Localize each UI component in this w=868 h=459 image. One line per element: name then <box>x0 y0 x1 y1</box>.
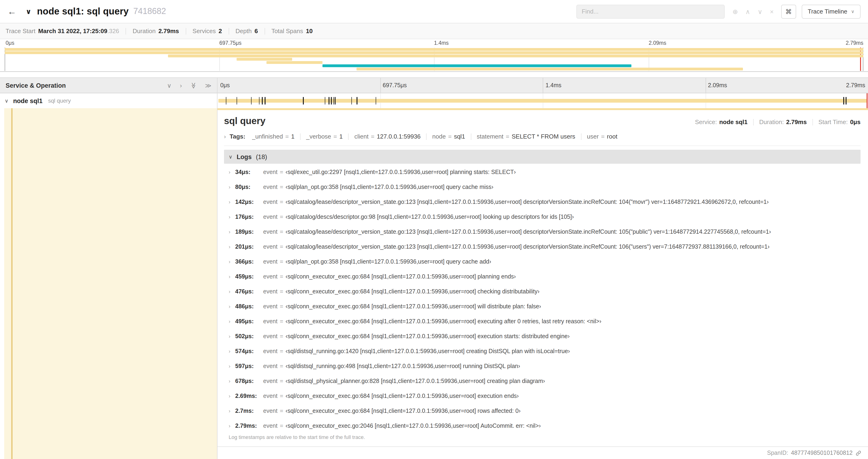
tag-divider <box>471 133 471 140</box>
log-marker[interactable] <box>846 97 846 104</box>
log-row[interactable]: ›502μs:event=‹sql/conn_executor_exec.go:… <box>224 329 861 344</box>
summary-value: 2.79ms <box>158 28 179 35</box>
collapse-one-icon[interactable]: ∨ <box>167 82 172 88</box>
log-marker[interactable] <box>333 97 334 104</box>
log-timestamp: 502μs: <box>235 333 259 339</box>
expand-all-icon[interactable]: ≫ <box>205 82 211 88</box>
clear-find-icon[interactable]: × <box>770 8 774 15</box>
deep-link-icon[interactable] <box>856 450 862 456</box>
trace-view-label: Trace Timeline <box>808 8 847 15</box>
minimap-right-scrubber[interactable] <box>863 47 863 71</box>
collapse-controls: ∨ › ≫ ≫ <box>167 82 211 88</box>
trace-collapse-chevron-icon[interactable]: ∨ <box>26 7 31 15</box>
log-field-key: event <box>263 184 277 190</box>
collapse-all-icon[interactable]: ≫ <box>190 82 196 88</box>
log-marker[interactable] <box>376 97 376 104</box>
chevron-right-icon: › <box>229 304 235 309</box>
log-timestamp: 678μs: <box>235 378 259 384</box>
log-marker[interactable] <box>262 97 262 104</box>
back-icon[interactable]: ← <box>7 6 16 17</box>
log-row[interactable]: ›2.69ms:event=‹sql/conn_executor_exec.go… <box>224 389 861 403</box>
log-row[interactable]: ›142μs:event=‹sql/catalog/lease/descript… <box>224 195 861 209</box>
log-row[interactable]: ›201μs:event=‹sql/catalog/lease/descript… <box>224 239 861 254</box>
log-marker[interactable] <box>251 97 251 104</box>
keyboard-shortcuts-button[interactable]: ⌘ <box>781 4 796 19</box>
tag-item[interactable]: _unfinished=1 <box>252 133 294 140</box>
log-row[interactable]: ›366μs:event=‹sql/plan_opt.go:358 [nsql1… <box>224 254 861 269</box>
ruler-tick: 2.09ms <box>708 82 727 89</box>
chevron-right-icon: › <box>229 364 235 369</box>
log-row[interactable]: ›597μs:event=‹sql/distsql_running.go:498… <box>224 359 861 374</box>
log-row[interactable]: ›34μs:event=‹sql/exec_util.go:2297 [nsql… <box>224 165 861 179</box>
span-detail-header[interactable]: sql query Service:node sql1Duration:2.79… <box>224 116 861 126</box>
prev-match-icon[interactable]: ∧ <box>745 8 750 15</box>
summary-value: 2 <box>219 28 222 35</box>
column-divider <box>217 77 217 459</box>
log-marker[interactable] <box>303 97 304 104</box>
tag-item[interactable]: client=127.0.0.1:59936 <box>354 133 421 140</box>
tag-item[interactable]: user=root <box>587 133 617 140</box>
tag-item[interactable]: statement=SELECT * FROM users <box>477 133 575 140</box>
find-input[interactable] <box>577 4 725 19</box>
logs-count: (18) <box>256 153 267 160</box>
chevron-right-icon: › <box>229 289 235 294</box>
log-timestamp: 2.7ms: <box>235 408 259 414</box>
detail-meta-value: node sql1 <box>719 119 747 126</box>
log-row[interactable]: ›2.79ms:event=‹sql/conn_executor_exec.go… <box>224 418 861 433</box>
log-row[interactable]: ›678μs:event=‹sql/distsql_physical_plann… <box>224 374 861 389</box>
log-marker[interactable] <box>259 97 259 104</box>
log-field-value: ‹sql/catalog/lease/descriptor_version_st… <box>286 229 771 235</box>
row-collapse-chevron-icon[interactable]: ∨ <box>5 98 8 104</box>
log-timestamp: 486μs: <box>235 303 259 310</box>
log-marker[interactable] <box>357 97 358 104</box>
log-field-key: event <box>263 258 277 265</box>
tag-divider <box>348 133 349 140</box>
span-color-accent <box>217 108 868 110</box>
summary-item: Services2 <box>192 28 222 35</box>
log-marker[interactable] <box>226 97 226 104</box>
chevron-right-icon: › <box>229 170 235 175</box>
log-row[interactable]: ›2.7ms:event=‹sql/conn_executor_exec.go:… <box>224 403 861 418</box>
chevron-right-icon: › <box>229 423 235 428</box>
span-row-timeline-cell[interactable] <box>217 93 868 108</box>
next-match-icon[interactable]: ∨ <box>757 8 763 15</box>
log-row[interactable]: ›80μs:event=‹sql/plan_opt.go:358 [nsql1,… <box>224 179 861 195</box>
span-detail-content: sql query Service:node sql1Duration:2.79… <box>224 110 861 447</box>
minimap-tick-labels: 0μs 697.75μs 1.4ms 2.09ms 2.79ms <box>0 39 868 47</box>
summary-value: March 31 2022, 17:25:09 <box>38 28 107 35</box>
focus-match-icon[interactable]: ⊕ <box>733 8 738 15</box>
tag-item[interactable]: _verbose=1 <box>306 133 343 140</box>
trace-view-selector[interactable]: Trace Timeline ∨ <box>802 4 861 19</box>
log-row[interactable]: ›574μs:event=‹sql/distsql_running.go:142… <box>224 344 861 359</box>
log-row[interactable]: ›495μs:event=‹sql/conn_executor_exec.go:… <box>224 314 861 329</box>
chevron-right-icon: › <box>229 408 235 414</box>
log-row[interactable]: ›176μs:event=‹sql/catalog/descs/descript… <box>224 209 861 224</box>
log-marker[interactable] <box>324 97 325 104</box>
logs-section-header[interactable]: ∨ Logs (18) <box>224 150 861 164</box>
log-marker[interactable] <box>265 97 265 104</box>
log-row[interactable]: ›189μs:event=‹sql/catalog/lease/descript… <box>224 224 861 239</box>
tag-key: node <box>432 133 446 140</box>
expand-one-icon[interactable]: › <box>180 82 182 88</box>
log-row[interactable]: ›459μs:event=‹sql/conn_executor_exec.go:… <box>224 269 861 284</box>
minimap-canvas[interactable] <box>5 47 863 71</box>
tag-key: _verbose <box>306 133 331 140</box>
minimap-left-scrubber[interactable] <box>5 47 5 71</box>
span-row: ∨ node sql1 sql query <box>0 93 868 108</box>
log-marker[interactable] <box>331 97 332 104</box>
log-marker[interactable] <box>843 97 844 104</box>
log-marker[interactable] <box>329 97 329 104</box>
tag-item[interactable]: node=sql1 <box>432 133 465 140</box>
log-row[interactable]: ›486μs:event=‹sql/conn_executor_exec.go:… <box>224 299 861 314</box>
log-marker[interactable] <box>237 97 237 104</box>
detail-meta-value: 2.79ms <box>786 119 807 126</box>
detail-meta-label: Duration: <box>759 119 784 126</box>
log-row[interactable]: ›476μs:event=‹sql/conn_executor_exec.go:… <box>224 284 861 299</box>
chevron-down-icon: ∨ <box>851 9 855 14</box>
log-marker[interactable] <box>335 97 335 104</box>
trace-page: ← ∨ node sql1: sql query 7418682 ⊕ ∧ ∨ ×… <box>0 0 868 459</box>
minimap-gridline <box>649 47 649 71</box>
span-row-name-cell[interactable]: ∨ node sql1 sql query <box>0 93 217 108</box>
log-marker[interactable] <box>351 97 352 104</box>
tags-row[interactable]: › Tags: _unfinished=1_verbose=1client=12… <box>224 133 861 146</box>
